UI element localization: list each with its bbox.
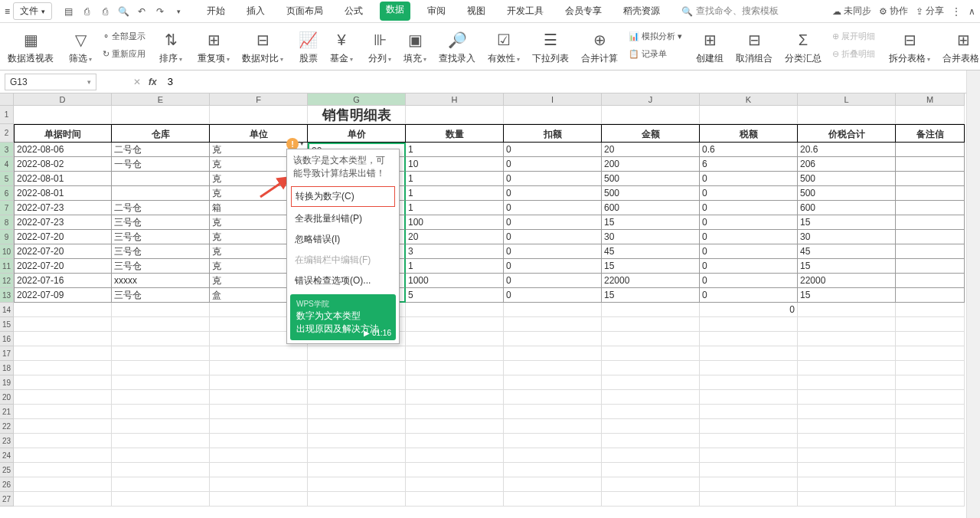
cell[interactable]: [406, 492, 504, 507]
cell[interactable]: [14, 346, 112, 361]
cell[interactable]: [14, 448, 112, 463]
cell[interactable]: 15: [798, 259, 896, 274]
cell[interactable]: [896, 492, 965, 507]
cell[interactable]: [504, 463, 602, 477]
row-header-4[interactable]: 4: [0, 157, 14, 172]
cell[interactable]: [14, 405, 112, 419]
cell[interactable]: 5: [406, 288, 504, 303]
formula-input[interactable]: [163, 74, 975, 90]
cell[interactable]: [896, 434, 965, 448]
cell[interactable]: [896, 405, 965, 419]
cell[interactable]: [602, 463, 700, 477]
tab-insert[interactable]: 插入: [242, 2, 270, 21]
cell[interactable]: [896, 172, 965, 186]
consolidate-button[interactable]: ⊕合并计算: [575, 26, 624, 70]
cell[interactable]: [112, 332, 210, 346]
row-header-19[interactable]: 19: [0, 375, 14, 390]
cell[interactable]: [896, 303, 965, 317]
cell[interactable]: [504, 448, 602, 463]
cell[interactable]: [406, 303, 504, 317]
cell[interactable]: [504, 419, 602, 434]
cell[interactable]: 1: [406, 172, 504, 186]
cell[interactable]: [700, 346, 798, 361]
cell[interactable]: [798, 361, 896, 375]
cell[interactable]: 30: [798, 230, 896, 244]
row-header-1[interactable]: 1: [0, 106, 14, 124]
cell[interactable]: [406, 332, 504, 346]
split-table-button[interactable]: ⊟拆分表格▾: [883, 26, 936, 70]
cell[interactable]: [308, 346, 406, 361]
cell[interactable]: [112, 106, 210, 124]
cell[interactable]: [210, 390, 308, 405]
table-header[interactable]: 仓库: [112, 124, 210, 143]
sync-status[interactable]: ☁未同步: [832, 5, 871, 18]
tab-view[interactable]: 视图: [462, 2, 490, 21]
cell[interactable]: [602, 419, 700, 434]
row-header-10[interactable]: 10: [0, 244, 14, 259]
cell[interactable]: [112, 172, 210, 186]
compare-button[interactable]: ⊟数据对比▾: [236, 26, 289, 70]
cell[interactable]: [308, 361, 406, 375]
row-header-13[interactable]: 13: [0, 288, 14, 303]
cell[interactable]: [308, 463, 406, 477]
cell[interactable]: [210, 375, 308, 390]
cell[interactable]: [308, 390, 406, 405]
chevron-up-icon[interactable]: ∧: [969, 6, 975, 17]
cell[interactable]: [602, 317, 700, 332]
cell[interactable]: [504, 106, 602, 124]
cell[interactable]: [504, 332, 602, 346]
cell[interactable]: 0: [700, 259, 798, 274]
tab-resource[interactable]: 稻壳资源: [619, 2, 665, 21]
cell[interactable]: [504, 492, 602, 507]
cell[interactable]: 2022-07-20: [14, 244, 112, 259]
select-all-corner[interactable]: [0, 93, 14, 106]
cell[interactable]: [112, 477, 210, 492]
cell[interactable]: [112, 186, 210, 201]
cell[interactable]: [504, 477, 602, 492]
cell[interactable]: [798, 448, 896, 463]
cell[interactable]: [700, 390, 798, 405]
cell[interactable]: [406, 405, 504, 419]
cell[interactable]: 45: [602, 244, 700, 259]
cell[interactable]: 三号仓: [112, 244, 210, 259]
row-header-16[interactable]: 16: [0, 332, 14, 346]
subtotal-button[interactable]: Σ分类汇总: [779, 26, 828, 70]
cell[interactable]: [798, 303, 896, 317]
cell[interactable]: [14, 477, 112, 492]
print-icon[interactable]: ⎙: [98, 5, 112, 18]
cell[interactable]: [798, 419, 896, 434]
cell[interactable]: 0: [700, 244, 798, 259]
cell[interactable]: [14, 317, 112, 332]
cell[interactable]: [308, 448, 406, 463]
cell[interactable]: 2022-08-01: [14, 172, 112, 186]
cell[interactable]: [112, 346, 210, 361]
cell[interactable]: [700, 317, 798, 332]
col-header-D[interactable]: D: [14, 93, 112, 106]
col-header-F[interactable]: F: [210, 93, 308, 106]
cell[interactable]: [210, 106, 308, 124]
cell[interactable]: 206: [798, 157, 896, 172]
fx-icon[interactable]: fx: [149, 77, 157, 87]
cell[interactable]: 0: [700, 274, 798, 288]
vertical-scrollbar[interactable]: [966, 70, 980, 518]
share-button[interactable]: ⇪分享: [916, 5, 944, 18]
cell[interactable]: 二号仓: [112, 143, 210, 157]
cell[interactable]: [602, 448, 700, 463]
search-box[interactable]: 🔍 查找命令、搜索模板: [681, 5, 779, 18]
cell[interactable]: [896, 106, 965, 124]
cell[interactable]: [14, 361, 112, 375]
cell[interactable]: 0: [504, 186, 602, 201]
row-header-3[interactable]: 3: [0, 143, 14, 157]
cell[interactable]: 15: [798, 288, 896, 303]
cell[interactable]: 二号仓: [112, 201, 210, 215]
row-header-11[interactable]: 11: [0, 259, 14, 274]
cell[interactable]: [700, 332, 798, 346]
cell[interactable]: [700, 361, 798, 375]
cell[interactable]: [798, 434, 896, 448]
cell[interactable]: 2022-07-23: [14, 215, 112, 230]
cell[interactable]: [112, 492, 210, 507]
cell[interactable]: [112, 390, 210, 405]
cell[interactable]: 10: [406, 157, 504, 172]
tab-data[interactable]: 数据: [380, 2, 410, 21]
row-header-23[interactable]: 23: [0, 434, 14, 448]
